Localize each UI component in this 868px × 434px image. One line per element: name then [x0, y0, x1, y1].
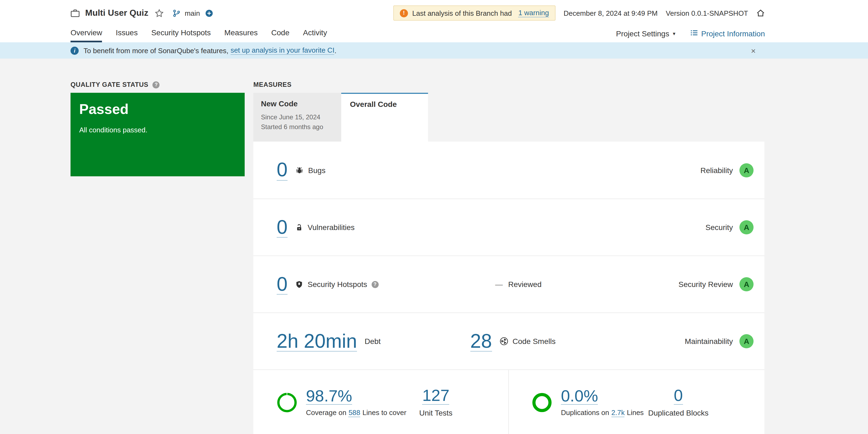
coverage-cell: 98.7% Coverage on588Lines to cover 127 U… — [253, 370, 509, 434]
coverage-caption-suffix: Lines to cover — [362, 409, 406, 417]
code-smells-label: Code Smells — [513, 337, 556, 346]
unit-tests-group: 127 Unit Tests — [420, 387, 453, 417]
tab-activity[interactable]: Activity — [303, 28, 327, 42]
maintainability-rating-badge: A — [739, 334, 753, 348]
measure-row-hotspots: 0 Security Hotspots ? — Reviewed Securit… — [253, 255, 764, 312]
maintainability-domain: Maintainability A — [685, 334, 753, 348]
unit-tests-count-link[interactable]: 127 — [422, 387, 450, 405]
code-smells-count-link[interactable]: 28 — [470, 331, 492, 352]
project-nav: Overview Issues Security Hotspots Measur… — [0, 26, 868, 42]
duplications-caption: Duplications on2.7kLines — [561, 409, 644, 417]
info-icon: i — [70, 46, 79, 55]
header-meta: ! Last analysis of this Branch had 1 war… — [393, 5, 765, 21]
project-settings-dropdown[interactable]: Project Settings ▼ — [616, 29, 676, 38]
tab-new-code[interactable]: New Code Since June 15, 2024 Started 6 m… — [253, 93, 341, 142]
hotspots-count-link[interactable]: 0 — [277, 274, 287, 295]
chevron-down-icon: ▼ — [672, 31, 676, 36]
reviewed-label: Reviewed — [508, 280, 542, 289]
project-header: Multi User Quiz main ! Last analysis of … — [0, 0, 868, 26]
code-smells-group: 28 Code Smells — [470, 331, 556, 352]
new-code-since: Since June 15, 2024 — [261, 112, 334, 122]
tab-security-hotspots[interactable]: Security Hotspots — [151, 28, 211, 42]
project-icon — [70, 9, 80, 17]
project-title: Multi User Quiz — [85, 8, 148, 18]
close-icon[interactable]: × — [751, 46, 756, 55]
maintainability-label: Maintainability — [685, 337, 733, 346]
debt-link[interactable]: 2h 20min — [277, 331, 357, 352]
nav-actions: Project Settings ▼ Project Information — [616, 29, 765, 42]
tab-issues[interactable]: Issues — [116, 28, 138, 42]
duplications-percent-link[interactable]: 0.0% — [561, 388, 598, 405]
bugs-label: Bugs — [308, 166, 326, 175]
nav-tabs: Overview Issues Security Hotspots Measur… — [70, 28, 327, 42]
help-icon[interactable]: ? — [372, 281, 379, 288]
code-smells-label-group: Code Smells — [499, 337, 556, 346]
bug-icon — [295, 166, 304, 175]
measure-row-bugs: 0 Bugs Reliability A — [253, 142, 764, 198]
home-icon[interactable] — [756, 9, 765, 18]
warning-icon: ! — [400, 9, 408, 17]
open-lock-icon — [295, 223, 303, 231]
overview-main: QUALITY GATE STATUS ? Passed All conditi… — [0, 59, 868, 434]
banner-message-suffix: . — [335, 46, 336, 55]
overall-code-tab-label: Overall Code — [350, 100, 397, 108]
measures-heading-row: MEASURES — [253, 81, 764, 88]
vulnerabilities-count-link[interactable]: 0 — [277, 217, 287, 238]
project-information-label: Project Information — [701, 29, 765, 38]
help-icon[interactable]: ? — [153, 81, 160, 88]
analysis-date: December 8, 2024 at 9:49 PM — [564, 9, 658, 17]
version-label: Version 0.0.1-SNAPSHOT — [666, 9, 748, 17]
banner-message: To benefit from more of SonarQube's feat… — [84, 46, 228, 55]
tab-measures[interactable]: Measures — [224, 28, 258, 42]
measures-panel: 0 Bugs Reliability A 0 — [253, 142, 764, 434]
tab-code[interactable]: Code — [271, 28, 289, 42]
project-information-button[interactable]: Project Information — [690, 29, 765, 38]
duplicated-blocks-count-link[interactable]: 0 — [674, 387, 683, 405]
warning-text: Last analysis of this Branch had — [412, 9, 512, 17]
analysis-warning-chip: ! Last analysis of this Branch had 1 war… — [393, 5, 556, 21]
reliability-rating-badge: A — [739, 163, 753, 177]
quality-gate-heading: QUALITY GATE STATUS — [70, 81, 148, 88]
tab-overview[interactable]: Overview — [70, 28, 102, 42]
unit-tests-label: Unit Tests — [420, 408, 453, 417]
measures-tabs: New Code Since June 15, 2024 Started 6 m… — [253, 93, 764, 142]
measure-row-maintainability: 2h 20min Debt 28 Code Smells Maintainabi… — [253, 312, 764, 369]
security-review-rating-badge: A — [739, 277, 753, 291]
project-identity: Multi User Quiz main — [70, 8, 213, 18]
add-branch-icon[interactable] — [205, 9, 213, 17]
duplicated-blocks-group: 0 Duplicated Blocks — [648, 387, 709, 417]
ci-setup-link[interactable]: set up analysis in your favorite CI — [230, 46, 335, 55]
security-rating-badge: A — [739, 220, 753, 235]
quality-gate-heading-row: QUALITY GATE STATUS ? — [70, 81, 245, 88]
duplications-value-group: 0.0% Duplications on2.7kLines — [561, 388, 644, 417]
new-code-tab-label: New Code — [261, 99, 334, 108]
project-settings-label: Project Settings — [616, 29, 669, 38]
coverage-percent-link[interactable]: 98.7% — [306, 388, 352, 405]
shield-icon — [295, 280, 303, 288]
reliability-label: Reliability — [701, 166, 733, 175]
lines-to-cover-link[interactable]: 588 — [348, 409, 360, 417]
duplications-cell: 0.0% Duplications on2.7kLines 0 Duplicat… — [509, 370, 764, 434]
favorite-star-icon[interactable] — [155, 8, 164, 18]
reviewed-group: — Reviewed — [495, 280, 542, 289]
quality-gate-detail: All conditions passed. — [79, 126, 236, 134]
ci-setup-banner: i To benefit from more of SonarQube's fe… — [0, 42, 868, 59]
duplications-caption-prefix: Duplications on — [561, 409, 609, 417]
branch-selector[interactable]: main — [173, 9, 213, 17]
tab-overall-code[interactable]: Overall Code — [341, 93, 428, 142]
coverage-value-group: 98.7% Coverage on588Lines to cover — [306, 388, 406, 417]
coverage-ring-icon — [277, 392, 297, 413]
branch-icon — [173, 9, 181, 17]
quality-gate-status-card: Passed All conditions passed. — [70, 93, 245, 176]
vulnerabilities-label: Vulnerabilities — [308, 223, 354, 231]
duplications-ring-icon — [532, 392, 552, 413]
warning-link[interactable]: 1 warning — [518, 9, 549, 18]
duplicated-blocks-label: Duplicated Blocks — [648, 408, 709, 417]
measures-heading: MEASURES — [253, 81, 291, 88]
bugs-count-link[interactable]: 0 — [277, 159, 287, 181]
duplication-lines-link[interactable]: 2.7k — [611, 409, 625, 417]
list-icon — [690, 29, 698, 38]
branch-name: main — [185, 9, 200, 17]
reliability-domain: Reliability A — [701, 163, 753, 177]
coverage-caption-prefix: Coverage on — [306, 409, 346, 417]
